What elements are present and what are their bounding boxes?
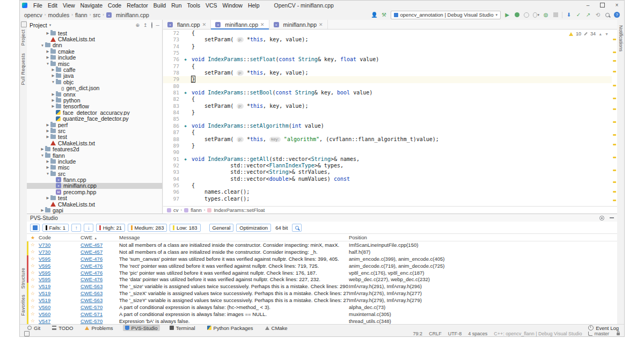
menu-edit[interactable]: Edit bbox=[45, 2, 60, 9]
next-problem-icon[interactable]: ▼ bbox=[605, 32, 609, 36]
pvs-search-button[interactable] bbox=[292, 224, 302, 232]
breadcrumb-item-miniflann.cpp[interactable]: miniflann.cpp bbox=[116, 12, 149, 18]
vcs-rollback-button[interactable]: ⟲ bbox=[595, 12, 601, 18]
warning-stripe-mark[interactable] bbox=[613, 191, 616, 193]
tree-chevron-icon[interactable]: ▶ bbox=[45, 135, 50, 139]
prev-issue-button[interactable]: ↑ bbox=[71, 224, 81, 232]
star-icon[interactable]: ☆ bbox=[31, 298, 35, 303]
warning-stripe-mark[interactable] bbox=[613, 108, 616, 110]
vcs-push-button[interactable]: ↗ bbox=[585, 12, 591, 18]
filter-high-button[interactable]: High: 21 bbox=[96, 224, 125, 232]
tool-window-button-python-packages[interactable]: Python Packages bbox=[205, 325, 255, 331]
menu-code[interactable]: Code bbox=[105, 2, 124, 9]
tree-chevron-icon[interactable]: ▶ bbox=[45, 55, 50, 60]
code-line-79[interactable]: 79} bbox=[163, 76, 612, 83]
issue-code-link[interactable]: V519 bbox=[39, 297, 80, 303]
event-log-button[interactable]: Event Log bbox=[588, 325, 619, 331]
issue-cwe-link[interactable]: CWE-476 bbox=[80, 263, 119, 269]
breadcrumb-item-flann[interactable]: flann bbox=[75, 12, 87, 18]
menu-help[interactable]: Help bbox=[245, 2, 262, 9]
issue-row[interactable]: ☆V595CWE-476The 'pic' pointer was utiliz… bbox=[27, 269, 617, 276]
editor-breadcrumb-item[interactable]: cv bbox=[173, 207, 179, 213]
star-icon[interactable]: ☆ bbox=[31, 242, 35, 247]
code-line-74[interactable]: 74} bbox=[163, 43, 612, 50]
resolve-context-widget[interactable]: C++: opencv_flann | Debug Visual Studio bbox=[494, 331, 582, 336]
inspection-widget[interactable]: 10 34 ▲ ▼ bbox=[568, 31, 610, 36]
tree-chevron-icon[interactable]: ▶ bbox=[50, 98, 56, 102]
code-line-88[interactable]: 88 setParam( p: *this, key: "algorithm",… bbox=[163, 136, 612, 143]
tree-item-face_detector_accuracy.py[interactable]: face_detector_accuracy.py bbox=[27, 109, 162, 115]
tree-chevron-icon[interactable]: ▶ bbox=[50, 68, 56, 72]
issue-row[interactable]: ☆V595CWE-476The 'data' pointer was utili… bbox=[27, 276, 617, 283]
tree-item-miniflann.cpp[interactable]: +miniflann.cpp bbox=[27, 183, 162, 189]
warning-stripe-mark[interactable] bbox=[613, 85, 616, 86]
minimize-button[interactable]: – bbox=[581, 1, 595, 10]
tool-windows-icon[interactable] bbox=[21, 21, 27, 27]
tree-chevron-icon[interactable]: ▶ bbox=[40, 147, 45, 151]
star-icon[interactable]: ☆ bbox=[31, 291, 35, 296]
tree-item-test[interactable]: ▶test bbox=[27, 30, 162, 36]
warning-stripe-mark[interactable] bbox=[613, 60, 616, 62]
tool-stripe-structure[interactable]: Structure bbox=[20, 268, 26, 289]
issue-cwe-link[interactable]: CWE-476 bbox=[80, 270, 119, 276]
issue-position[interactable]: ImfArray.h(291), ImfArray.h(296) bbox=[349, 283, 617, 289]
warning-stripe-mark[interactable] bbox=[613, 39, 616, 40]
code-line-91[interactable]: 91◆void IndexParams::getAll(std::vector<… bbox=[163, 156, 612, 163]
issue-row[interactable]: ☆V560CWE-571A part of conditional expres… bbox=[27, 311, 617, 318]
code-line-95[interactable]: 95{ bbox=[163, 182, 612, 189]
issue-code-link[interactable]: V547 bbox=[39, 318, 80, 324]
tool-window-button-terminal[interactable]: Terminal bbox=[167, 325, 197, 331]
tab-flann.cpp[interactable]: +flann.cpp✕ bbox=[163, 20, 211, 29]
tree-item-include[interactable]: ▶include bbox=[27, 158, 162, 164]
gutter-marker-icon[interactable]: ◆ bbox=[182, 123, 189, 129]
tree-chevron-icon[interactable]: ▶ bbox=[50, 92, 56, 97]
tree-item-src[interactable]: ▼src bbox=[27, 171, 162, 177]
tree-item-gapi[interactable]: ▶gapi bbox=[27, 207, 162, 213]
issue-position[interactable]: ImfArray.h(279), ImfArray.h(279) bbox=[349, 297, 617, 303]
breadcrumb-item-opencv[interactable]: opencv bbox=[24, 12, 42, 18]
settings-gear-icon[interactable] bbox=[151, 23, 152, 28]
star-icon[interactable]: ☆ bbox=[31, 270, 35, 275]
hide-panel-icon[interactable]: ─ bbox=[156, 23, 159, 28]
run-with-profiler-button[interactable]: ◍ bbox=[543, 12, 549, 18]
issue-code-link[interactable]: V595 bbox=[39, 276, 80, 282]
tree-item-objc[interactable]: ▼objc bbox=[27, 79, 162, 85]
filter-general-button[interactable]: General bbox=[209, 224, 234, 232]
editor-breadcrumb-item[interactable]: flann bbox=[191, 207, 202, 213]
star-icon[interactable]: ☆ bbox=[31, 263, 35, 268]
coverage-button[interactable] bbox=[523, 12, 530, 18]
code-line-89[interactable]: 89} bbox=[163, 143, 612, 149]
tree-item-CMakeLists.txt[interactable]: CMakeLists.txt bbox=[27, 36, 162, 42]
vcs-update-button[interactable]: ⬇ bbox=[566, 12, 572, 18]
tree-item-misc[interactable]: ▶misc bbox=[27, 165, 162, 171]
issue-cwe-link[interactable]: CWE-563 bbox=[80, 297, 119, 303]
issue-cwe-link[interactable]: CWE-570 bbox=[80, 304, 119, 310]
filter-fails-button[interactable]: Fails: 1 bbox=[42, 224, 69, 232]
code-line-72[interactable]: 72{ bbox=[163, 30, 612, 36]
issue-code-link[interactable]: V730 bbox=[39, 242, 80, 248]
issue-row[interactable]: ☆V547CWE-570Expression 'bA' is always fa… bbox=[27, 318, 617, 325]
tree-chevron-icon[interactable]: ▼ bbox=[40, 153, 45, 157]
run-button[interactable]: ▶ bbox=[504, 12, 510, 18]
tree-item-src[interactable]: ▶src bbox=[27, 128, 162, 134]
issue-code-link[interactable]: V519 bbox=[39, 290, 80, 296]
issue-position[interactable]: webp_dec.c(227), webp_dec.c(232) bbox=[349, 276, 617, 282]
tree-chevron-icon[interactable]: ▼ bbox=[50, 80, 56, 84]
code-line-96[interactable]: 96 names.clear(); bbox=[163, 189, 612, 195]
tree-chevron-icon[interactable]: ▶ bbox=[45, 123, 50, 127]
issue-row[interactable]: ☆V519CWE-563The '_sizeX' variable is ass… bbox=[27, 290, 617, 297]
tree-item-gen_dict.json[interactable]: {}gen_dict.json bbox=[27, 85, 162, 91]
tree-item-cmake[interactable]: ▶cmake bbox=[27, 48, 162, 54]
menu-window[interactable]: Window bbox=[220, 2, 245, 9]
tool-window-button-problems[interactable]: Problems bbox=[83, 325, 115, 331]
issue-position[interactable]: ImfScanLineInputFile.cpp(150) bbox=[349, 242, 617, 248]
issue-cwe-link[interactable]: CWE-457 bbox=[80, 249, 119, 255]
user-icon[interactable]: 👤 bbox=[371, 12, 378, 18]
code-line-73[interactable]: 73 setParam( p: *this, key, value); bbox=[163, 36, 612, 43]
tool-window-button-cmake[interactable]: CMake bbox=[263, 325, 290, 331]
editor-breadcrumb-item[interactable]: IndexParams::setFloat bbox=[214, 207, 265, 213]
caret-position-widget[interactable]: 79:2 bbox=[413, 331, 423, 336]
issue-cwe-link[interactable]: CWE-476 bbox=[80, 256, 119, 262]
issue-row[interactable]: ☆V519CWE-563The '_sizeY' variable is ass… bbox=[27, 297, 617, 304]
next-issue-button[interactable]: ↓ bbox=[84, 224, 93, 232]
